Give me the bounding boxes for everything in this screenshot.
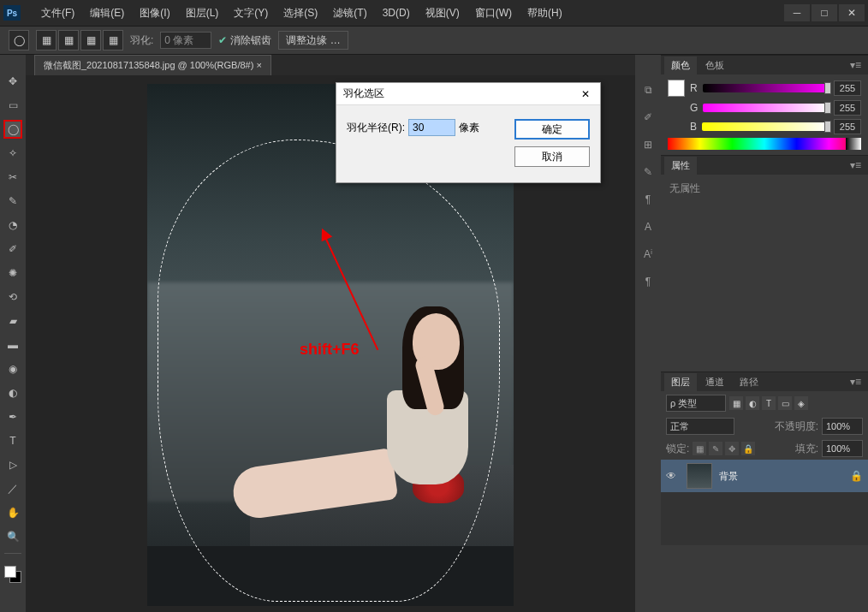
color-spectrum[interactable] — [668, 138, 861, 150]
gradient-tool[interactable]: ▬ — [3, 336, 22, 354]
antialias-checkbox[interactable]: ✔ 消除锯齿 — [218, 33, 271, 48]
history-brush-tool[interactable]: ⟲ — [3, 288, 22, 306]
properties-panel-menu[interactable]: ▾≡ — [847, 159, 865, 171]
feather-input[interactable] — [160, 32, 211, 49]
color-swatch[interactable] — [4, 566, 21, 583]
brush-presets-icon[interactable]: ✎ — [639, 163, 657, 181]
lock-position-icon[interactable]: ✥ — [725, 442, 739, 455]
b-label: B — [690, 121, 697, 133]
menu-edit[interactable]: 编辑(E) — [85, 4, 129, 22]
blend-mode-dropdown[interactable]: 正常 — [666, 418, 734, 435]
crop-tool[interactable]: ✂ — [3, 168, 22, 187]
brush-tool[interactable]: ✐ — [3, 240, 22, 258]
menu-image[interactable]: 图像(I) — [134, 4, 175, 22]
menu-file[interactable]: 文件(F) — [36, 4, 80, 22]
r-slider[interactable] — [703, 84, 829, 92]
lasso-tool[interactable]: ◯ — [3, 120, 22, 139]
r-value[interactable]: 255 — [834, 80, 861, 96]
selection-mode-group: ▦ ▦ ▦ ▦ — [36, 30, 123, 51]
titlebar: Ps 文件(F) 编辑(E) 图像(I) 图层(L) 文字(Y) 选择(S) 滤… — [0, 0, 868, 26]
menubar: 文件(F) 编辑(E) 图像(I) 图层(L) 文字(Y) 选择(S) 滤镜(T… — [31, 3, 573, 22]
lock-pixels-icon[interactable]: ✎ — [709, 442, 722, 455]
zoom-tool[interactable]: 🔍 — [3, 527, 22, 546]
opacity-value[interactable]: 100% — [822, 418, 863, 435]
g-slider[interactable] — [703, 104, 829, 112]
menu-3d[interactable]: 3D(D) — [378, 5, 415, 21]
lock-transparency-icon[interactable]: ▦ — [693, 442, 706, 455]
feather-dialog: 羽化选区 ✕ 羽化半径(R): 像素 确定 取消 — [336, 82, 601, 183]
menu-filter[interactable]: 滤镜(T) — [328, 4, 372, 22]
minimize-button[interactable]: ─ — [784, 4, 810, 21]
lock-label: 锁定: — [666, 442, 689, 456]
visibility-icon[interactable]: 👁 — [666, 470, 680, 482]
brushes-icon[interactable]: ✐ — [639, 108, 657, 127]
marquee-tool[interactable]: ▭ — [3, 96, 22, 115]
menu-select[interactable]: 选择(S) — [278, 4, 323, 22]
lasso-tool-icon[interactable]: ◯ — [9, 30, 29, 51]
tab-layers[interactable]: 图层 — [664, 373, 697, 391]
character-icon[interactable]: A — [639, 217, 657, 236]
filter-smart-icon[interactable]: ◈ — [794, 396, 808, 410]
move-tool[interactable]: ✥ — [3, 72, 22, 91]
filter-type-icon[interactable]: T — [762, 396, 776, 410]
layers-panel-menu[interactable]: ▾≡ — [847, 376, 865, 388]
dialog-titlebar[interactable]: 羽化选区 ✕ — [336, 83, 600, 105]
selection-new-icon[interactable]: ▦ — [36, 30, 56, 51]
document-tab[interactable]: 微信截图_20210817135848.jpg @ 100%(RGB/8#) × — [34, 55, 271, 75]
eyedropper-tool[interactable]: ✎ — [3, 192, 22, 211]
lock-all-icon[interactable]: 🔒 — [741, 442, 755, 455]
ok-button[interactable]: 确定 — [514, 119, 590, 140]
color-panel-menu[interactable]: ▾≡ — [847, 59, 865, 71]
cancel-button[interactable]: 取消 — [514, 146, 590, 167]
b-value[interactable]: 255 — [834, 119, 861, 134]
healing-brush-tool[interactable]: ◔ — [3, 216, 22, 235]
annotation-text: shift+F6 — [300, 341, 360, 359]
path-select-tool[interactable]: ▷ — [3, 455, 22, 474]
eraser-tool[interactable]: ▰ — [3, 312, 22, 330]
tab-swatches[interactable]: 色板 — [699, 56, 731, 74]
menu-layer[interactable]: 图层(L) — [181, 4, 224, 22]
pen-tool[interactable]: ✒ — [3, 407, 22, 426]
filter-adjust-icon[interactable]: ◐ — [746, 396, 759, 410]
menu-view[interactable]: 视图(V) — [420, 4, 465, 22]
tab-properties[interactable]: 属性 — [664, 157, 697, 175]
blur-tool[interactable]: ◉ — [3, 359, 22, 378]
layer-item-background[interactable]: 👁 背景 🔒 — [661, 460, 868, 492]
filter-pixel-icon[interactable]: ▦ — [729, 396, 743, 410]
tab-paths[interactable]: 路径 — [733, 373, 765, 391]
history-icon[interactable]: ⧉ — [639, 80, 657, 99]
tool-separator — [4, 553, 21, 554]
radius-input[interactable] — [408, 119, 455, 136]
tab-color[interactable]: 颜色 — [664, 56, 697, 74]
glyphs-icon[interactable]: Aⁱ — [639, 245, 657, 264]
menu-help[interactable]: 帮助(H) — [522, 4, 568, 22]
refine-edge-button[interactable]: 调整边缘 … — [278, 31, 348, 50]
layer-filter-kind[interactable]: ρ 类型 — [666, 395, 726, 412]
menu-window[interactable]: 窗口(W) — [470, 4, 517, 22]
clone-stamp-tool[interactable]: ✺ — [3, 264, 22, 282]
maximize-button[interactable]: □ — [812, 4, 837, 21]
selection-add-icon[interactable]: ▦ — [58, 30, 79, 51]
type-tool[interactable]: T — [3, 431, 22, 450]
magic-wand-tool[interactable]: ✧ — [3, 144, 22, 163]
layer-thumbnail[interactable] — [687, 463, 712, 489]
paragraph-icon[interactable]: ¶ — [639, 190, 657, 209]
layer-name[interactable]: 背景 — [719, 470, 843, 483]
fill-value[interactable]: 100% — [822, 440, 863, 457]
hand-tool[interactable]: ✋ — [3, 503, 22, 522]
color-preview[interactable] — [668, 80, 685, 97]
dialog-close-icon[interactable]: ✕ — [578, 86, 593, 102]
selection-intersect-icon[interactable]: ▦ — [103, 30, 123, 51]
selection-subtract-icon[interactable]: ▦ — [80, 30, 101, 51]
clone-icon[interactable]: ⊞ — [639, 135, 657, 154]
paragraph2-icon[interactable]: ¶ — [639, 272, 657, 291]
tab-channels[interactable]: 通道 — [699, 373, 731, 391]
close-button[interactable]: ✕ — [839, 4, 865, 21]
foreground-color[interactable] — [4, 566, 16, 578]
g-value[interactable]: 255 — [834, 100, 861, 116]
b-slider[interactable] — [702, 122, 829, 131]
filter-shape-icon[interactable]: ▭ — [778, 396, 792, 410]
menu-type[interactable]: 文字(Y) — [229, 4, 273, 22]
line-tool[interactable]: ／ — [3, 479, 22, 498]
dodge-tool[interactable]: ◐ — [3, 383, 22, 402]
